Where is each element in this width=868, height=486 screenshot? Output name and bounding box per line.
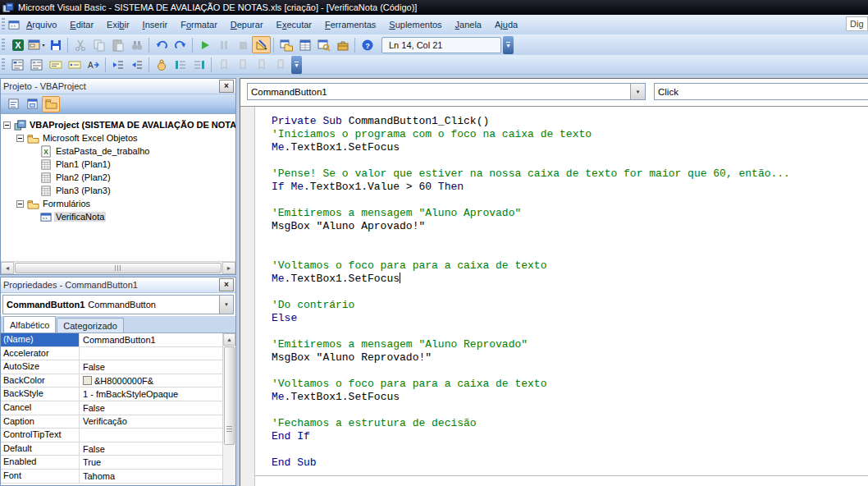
event-dropdown[interactable]: Click [654,83,868,100]
previous-bookmark-button[interactable] [252,56,271,73]
property-row-cancel[interactable]: CancelFalse [1,401,222,415]
clear-all-bookmarks-button[interactable] [271,56,290,73]
paste-button[interactable] [108,36,127,53]
toggle-folders-button[interactable] [42,96,60,112]
scroll-right-arrow-icon[interactable]: ► [222,262,235,274]
find-button[interactable] [127,36,146,53]
property-row-font[interactable]: FontTahoma [1,470,222,484]
property-value[interactable]: &H8000000F& [80,374,222,387]
menu-depurar[interactable]: Depurar [224,17,270,32]
design-mode-button[interactable] [252,36,271,53]
list-properties-methods-button[interactable] [8,56,27,73]
property-row-default[interactable]: DefaultFalse [1,442,222,456]
redo-button[interactable] [171,36,190,53]
tree-item-estapasta-de-trabalho[interactable]: XEstaPasta_de_trabalho [1,144,235,158]
indent-button[interactable] [108,56,127,73]
tree-item-plan1[interactable]: Plan1 (Plan1) [1,158,235,171]
expander-minus-icon[interactable] [3,122,11,129]
expander-minus-icon[interactable] [16,200,24,208]
view-microsoft-excel-button[interactable]: X [8,36,27,53]
project-close-button[interactable]: × [219,80,234,93]
menu-exibir[interactable]: Exibir [100,17,136,32]
view-code-button[interactable] [4,96,22,112]
property-value[interactable] [80,347,222,360]
property-value[interactable]: Tahoma [80,470,222,483]
property-value[interactable]: False [80,401,222,415]
project-explorer-button[interactable] [276,36,295,53]
menu-executar[interactable]: Executar [270,17,318,32]
scroll-left-arrow-icon[interactable]: ◄ [1,262,14,274]
property-row-accelerator[interactable]: Accelerator [1,347,222,361]
scroll-up-arrow-icon[interactable]: ▲ [223,333,235,346]
complete-word-button[interactable]: A [84,56,103,73]
tree-item-plan3[interactable]: Plan3 (Plan3) [1,184,235,197]
project-hscrollbar[interactable]: ◄ ► [1,261,235,274]
property-row-controltiptext[interactable]: ControlTipText [1,429,222,442]
toggle-breakpoint-button[interactable] [152,56,171,73]
vscroll-thumb[interactable] [224,346,235,445]
property-row-name[interactable]: (Name)CommandButton1 [1,333,222,347]
property-row-backstyle[interactable]: BackStyle1 - fmBackStyleOpaque [1,387,222,401]
property-value[interactable]: Verificação [80,415,222,429]
menu-ajuda[interactable]: Ajuda [488,17,524,32]
uncomment-block-button[interactable] [190,56,208,73]
tree-item-plan2[interactable]: Plan2 (Plan2) [1,171,235,184]
property-value[interactable]: 1 - fmBackStyleOpaque [80,387,222,401]
dropdown-arrow-icon[interactable]: ▼ [219,296,233,314]
view-object-button[interactable] [23,96,41,112]
help-button[interactable]: ? [358,36,377,53]
code-text[interactable]: Private Sub CommandButton1_Click()'Inici… [255,107,868,486]
dropdown-arrow-icon[interactable]: ▾ [42,42,44,48]
property-value[interactable]: False [80,442,222,456]
tab-alfabetico[interactable]: Alfabético [3,316,56,332]
hscroll-thumb[interactable] [15,263,222,273]
reset-button[interactable] [233,36,252,53]
property-row-backcolor[interactable]: BackColor&H8000000F& [1,374,222,388]
properties-close-button[interactable]: × [219,278,234,291]
dropdown-arrow-icon[interactable]: ▼ [630,84,645,99]
outdent-button[interactable] [127,56,146,73]
tab-categorizado[interactable]: Categorizado [57,318,123,332]
menu-suplementos[interactable]: Suplementos [382,17,448,32]
insert-userform-button[interactable]: ▾ [27,36,46,53]
break-button[interactable] [214,36,233,53]
menu-ferramentas[interactable]: Ferramentas [318,17,382,32]
object-selector-dropdown[interactable]: CommandButton1 CommandButton ▼ [2,295,234,314]
save-button[interactable] [46,36,65,53]
property-value[interactable]: CommandButton1 [80,333,222,346]
property-value[interactable]: False [80,360,222,374]
expander-minus-icon[interactable] [16,135,24,142]
menu-inserir[interactable]: Inserir [136,17,175,32]
toggle-bookmark-button[interactable] [214,56,233,73]
tree-item-formularios[interactable]: Formulários [1,197,235,210]
property-row-autosize[interactable]: AutoSizeFalse [1,360,222,374]
tree-item-vbaproject[interactable]: VBAProject (SISTEMA DE AVALIAÇÃO DE NOTA [1,118,235,131]
property-row-enabled[interactable]: EnabledTrue [1,456,222,470]
menu-editar[interactable]: Editar [63,17,100,32]
code-area[interactable]: Private Sub CommandButton1_Click()'Inici… [240,107,868,486]
comment-block-button[interactable] [171,56,190,73]
parameter-info-button[interactable] [65,56,84,73]
menu-formatar[interactable]: Formatar [174,17,224,32]
properties-window-button[interactable] [295,36,314,53]
properties-vscrollbar[interactable]: ▲ [222,333,235,485]
property-value[interactable]: True [80,456,222,469]
toolbar-options-button[interactable]: ▾ [291,56,302,74]
toolbox-button[interactable] [333,36,352,53]
ask-question-box[interactable]: Dig [846,16,868,31]
quick-info-button[interactable] [46,56,65,73]
property-row-caption[interactable]: CaptionVerificação [1,415,222,429]
tree-item-excel-objects[interactable]: Microsoft Excel Objetos [1,131,235,144]
menu-arquivo[interactable]: Arquivo [20,17,63,32]
object-browser-button[interactable] [314,36,333,53]
child-window-icon[interactable] [8,20,20,30]
object-dropdown[interactable]: CommandButton1 ▼ [247,83,646,100]
cut-button[interactable] [71,36,89,53]
run-button[interactable] [195,36,214,53]
undo-button[interactable] [152,36,171,53]
copy-button[interactable] [89,36,108,53]
list-constants-button[interactable] [27,56,46,73]
menu-janela[interactable]: Janela [449,17,488,32]
next-bookmark-button[interactable] [233,56,252,73]
property-value[interactable] [80,429,222,442]
